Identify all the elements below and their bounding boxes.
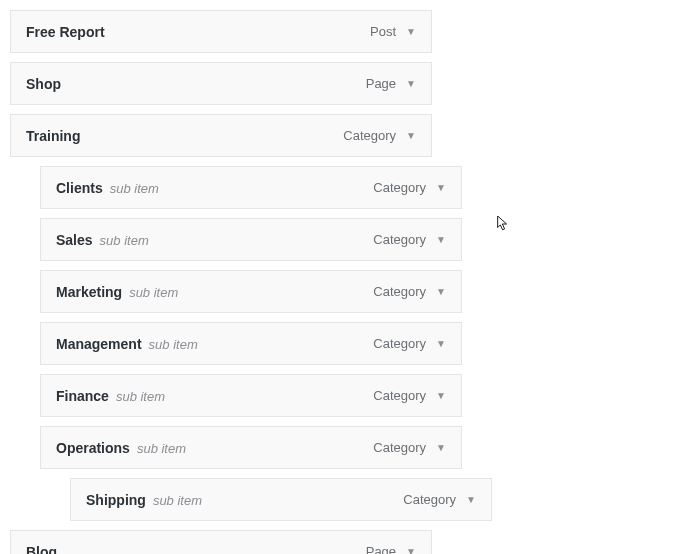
menu-item-title-wrap: Clientssub item — [56, 180, 159, 196]
menu-item-controls[interactable]: Category▼ — [343, 128, 416, 143]
chevron-down-icon[interactable]: ▼ — [436, 235, 446, 245]
menu-item[interactable]: Managementsub itemCategory▼ — [40, 322, 462, 365]
menu-item[interactable]: Operationssub itemCategory▼ — [40, 426, 462, 469]
menu-item-type: Category — [373, 440, 426, 455]
chevron-down-icon[interactable]: ▼ — [436, 183, 446, 193]
menu-item-title-wrap: Marketingsub item — [56, 284, 178, 300]
menu-item-title: Shop — [26, 76, 61, 92]
chevron-down-icon[interactable]: ▼ — [406, 79, 416, 89]
menu-item-title: Operations — [56, 440, 130, 456]
menu-item[interactable]: BlogPage▼ — [10, 530, 432, 554]
menu-item-controls[interactable]: Post▼ — [370, 24, 416, 39]
menu-item-type: Page — [366, 76, 396, 91]
menu-item-controls[interactable]: Category▼ — [373, 180, 446, 195]
menu-item-type: Page — [366, 544, 396, 554]
sub-item-label: sub item — [100, 233, 149, 248]
menu-item-controls[interactable]: Category▼ — [373, 388, 446, 403]
sub-item-label: sub item — [149, 337, 198, 352]
menu-item-title: Shipping — [86, 492, 146, 508]
menu-item-title-wrap: Blog — [26, 544, 57, 555]
menu-item-controls[interactable]: Category▼ — [403, 492, 476, 507]
menu-item-title: Management — [56, 336, 142, 352]
menu-item-type: Post — [370, 24, 396, 39]
sub-item-label: sub item — [153, 493, 202, 508]
menu-item-title: Training — [26, 128, 80, 144]
menu-item-title-wrap: Salessub item — [56, 232, 149, 248]
chevron-down-icon[interactable]: ▼ — [436, 443, 446, 453]
menu-item-type: Category — [373, 232, 426, 247]
menu-item[interactable]: ShopPage▼ — [10, 62, 432, 105]
menu-item-title-wrap: Operationssub item — [56, 440, 186, 456]
chevron-down-icon[interactable]: ▼ — [466, 495, 476, 505]
menu-item-controls[interactable]: Category▼ — [373, 336, 446, 351]
menu-item[interactable]: Clientssub itemCategory▼ — [40, 166, 462, 209]
menu-item[interactable]: Shippingsub itemCategory▼ — [70, 478, 492, 521]
menu-item-title-wrap: Free Report — [26, 24, 105, 40]
menu-item-title: Sales — [56, 232, 93, 248]
menu-item[interactable]: Free ReportPost▼ — [10, 10, 432, 53]
menu-item-title-wrap: Shop — [26, 76, 61, 92]
menu-item-title: Finance — [56, 388, 109, 404]
menu-item-controls[interactable]: Category▼ — [373, 232, 446, 247]
menu-item-title: Blog — [26, 544, 57, 555]
menu-item-type: Category — [373, 388, 426, 403]
menu-item[interactable]: TrainingCategory▼ — [10, 114, 432, 157]
chevron-down-icon[interactable]: ▼ — [406, 547, 416, 555]
menu-item-title-wrap: Financesub item — [56, 388, 165, 404]
menu-item-title: Clients — [56, 180, 103, 196]
menu-item-title-wrap: Shippingsub item — [86, 492, 202, 508]
menu-item[interactable]: Marketingsub itemCategory▼ — [40, 270, 462, 313]
menu-list: Free ReportPost▼ShopPage▼TrainingCategor… — [0, 0, 680, 554]
menu-item-controls[interactable]: Page▼ — [366, 76, 416, 91]
menu-item-type: Category — [403, 492, 456, 507]
menu-item-title-wrap: Training — [26, 128, 80, 144]
chevron-down-icon[interactable]: ▼ — [436, 339, 446, 349]
menu-item-type: Category — [373, 284, 426, 299]
menu-item-type: Category — [373, 180, 426, 195]
sub-item-label: sub item — [116, 389, 165, 404]
menu-item-type: Category — [373, 336, 426, 351]
menu-item-title-wrap: Managementsub item — [56, 336, 198, 352]
chevron-down-icon[interactable]: ▼ — [436, 287, 446, 297]
chevron-down-icon[interactable]: ▼ — [406, 131, 416, 141]
menu-item[interactable]: Financesub itemCategory▼ — [40, 374, 462, 417]
sub-item-label: sub item — [129, 285, 178, 300]
menu-item-controls[interactable]: Category▼ — [373, 440, 446, 455]
menu-item-controls[interactable]: Category▼ — [373, 284, 446, 299]
menu-item-title: Free Report — [26, 24, 105, 40]
sub-item-label: sub item — [110, 181, 159, 196]
menu-item[interactable]: Salessub itemCategory▼ — [40, 218, 462, 261]
menu-item-title: Marketing — [56, 284, 122, 300]
chevron-down-icon[interactable]: ▼ — [436, 391, 446, 401]
chevron-down-icon[interactable]: ▼ — [406, 27, 416, 37]
menu-item-type: Category — [343, 128, 396, 143]
sub-item-label: sub item — [137, 441, 186, 456]
menu-item-controls[interactable]: Page▼ — [366, 544, 416, 554]
